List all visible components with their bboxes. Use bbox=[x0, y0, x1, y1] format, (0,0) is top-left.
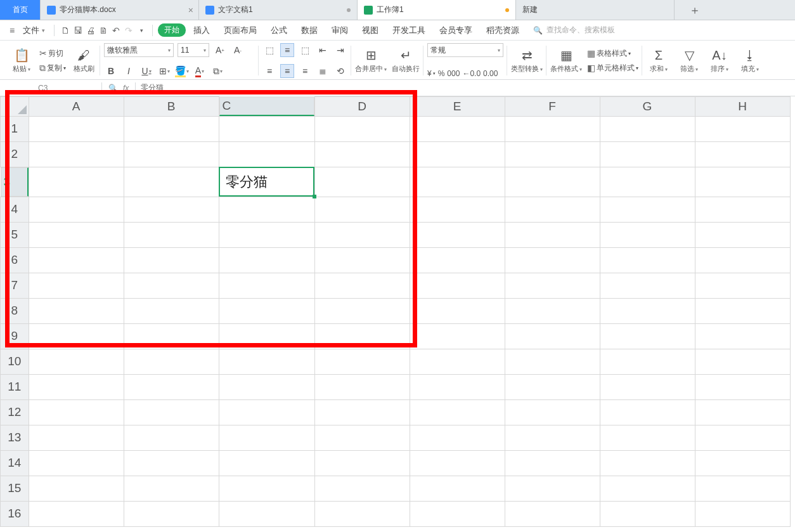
cell-H2[interactable] bbox=[695, 141, 790, 167]
cell-H6[interactable] bbox=[695, 247, 790, 273]
cell-F14[interactable] bbox=[505, 450, 600, 476]
cell-E7[interactable] bbox=[410, 273, 505, 298]
percent-button[interactable]: % bbox=[438, 69, 445, 78]
cell-F10[interactable] bbox=[505, 349, 600, 374]
row-header-1[interactable]: 1 bbox=[1, 116, 29, 141]
cell-H14[interactable] bbox=[695, 450, 790, 476]
cell-G11[interactable] bbox=[600, 374, 695, 399]
tab-dev-tools[interactable]: 开发工具 bbox=[386, 25, 432, 36]
cell-F16[interactable] bbox=[505, 501, 600, 526]
cell-B11[interactable] bbox=[124, 374, 219, 399]
cell-D8[interactable] bbox=[314, 298, 410, 323]
cell-D6[interactable] bbox=[314, 247, 410, 273]
cell-H5[interactable] bbox=[695, 222, 790, 247]
cell-G6[interactable] bbox=[600, 247, 695, 273]
cell-C5[interactable] bbox=[219, 222, 314, 247]
row-header-13[interactable]: 13 bbox=[1, 425, 29, 450]
cell-H7[interactable] bbox=[695, 273, 790, 298]
cell-G2[interactable] bbox=[600, 141, 695, 167]
phonetic-button[interactable]: ⧉▾ bbox=[210, 64, 224, 78]
tab-resources[interactable]: 稻壳资源 bbox=[480, 25, 526, 36]
conditional-format-button[interactable]: ▦ 条件格式▾ bbox=[550, 48, 582, 74]
cell-B2[interactable] bbox=[124, 141, 219, 167]
border-button[interactable]: ⊞▾ bbox=[157, 64, 171, 78]
cell-C14[interactable] bbox=[219, 450, 314, 476]
row-header-16[interactable]: 16 bbox=[1, 501, 29, 526]
cell-C7[interactable] bbox=[219, 273, 314, 298]
row-header-2[interactable]: 2 bbox=[1, 141, 29, 167]
cell-A2[interactable] bbox=[29, 141, 124, 167]
print-preview-icon[interactable]: 🗎 bbox=[98, 25, 109, 36]
fx-icon[interactable]: fx bbox=[123, 84, 129, 93]
font-size-select[interactable]: 11▾ bbox=[178, 43, 209, 57]
indent-increase-button[interactable]: ⇥ bbox=[333, 43, 347, 57]
redo-dropdown-icon[interactable]: ▾ bbox=[136, 25, 147, 36]
cell-H9[interactable] bbox=[695, 323, 790, 349]
cell-F6[interactable] bbox=[505, 247, 600, 273]
cell-B12[interactable] bbox=[124, 399, 219, 425]
file-menu[interactable]: 文件▾ bbox=[19, 25, 49, 36]
cell-G10[interactable] bbox=[600, 349, 695, 374]
cell-D14[interactable] bbox=[314, 450, 410, 476]
cell-A8[interactable] bbox=[29, 298, 124, 323]
cell-D3[interactable] bbox=[314, 167, 410, 197]
cell-E8[interactable] bbox=[410, 298, 505, 323]
formula-input[interactable]: 零分猫 bbox=[136, 82, 164, 93]
undo-icon[interactable]: ↶ bbox=[110, 25, 122, 36]
thousands-button[interactable]: 000 bbox=[447, 69, 460, 78]
cell-B16[interactable] bbox=[124, 501, 219, 526]
cell-A12[interactable] bbox=[29, 399, 124, 425]
cell-E6[interactable] bbox=[410, 247, 505, 273]
cell-F8[interactable] bbox=[505, 298, 600, 323]
row-header-15[interactable]: 15 bbox=[1, 476, 29, 501]
tab-insert[interactable]: 插入 bbox=[187, 25, 216, 36]
cell-G12[interactable] bbox=[600, 399, 695, 425]
cell-D9[interactable] bbox=[314, 323, 410, 349]
increase-font-button[interactable]: A+ bbox=[213, 43, 227, 57]
filter-button[interactable]: ▽ 筛选▾ bbox=[676, 48, 702, 74]
cell-C12[interactable] bbox=[219, 399, 314, 425]
cell-A9[interactable] bbox=[29, 323, 124, 349]
search-icon[interactable]: 🔍 bbox=[108, 84, 118, 93]
cell-B7[interactable] bbox=[124, 273, 219, 298]
bold-button[interactable]: B bbox=[104, 64, 118, 78]
align-left-button[interactable]: ≡ bbox=[262, 64, 276, 78]
cell-E2[interactable] bbox=[410, 141, 505, 167]
cell-F12[interactable] bbox=[505, 399, 600, 425]
cell-H12[interactable] bbox=[695, 399, 790, 425]
col-header-A[interactable]: A bbox=[29, 97, 124, 117]
col-header-D[interactable]: D bbox=[314, 97, 410, 117]
row-header-3[interactable]: 3 bbox=[1, 167, 29, 197]
cell-H13[interactable] bbox=[695, 425, 790, 450]
cell-C9[interactable] bbox=[219, 323, 314, 349]
cell-F5[interactable] bbox=[505, 222, 600, 247]
cell-F4[interactable] bbox=[505, 197, 600, 222]
cell-H16[interactable] bbox=[695, 501, 790, 526]
cell-B14[interactable] bbox=[124, 450, 219, 476]
col-header-G[interactable]: G bbox=[600, 97, 695, 117]
cell-E1[interactable] bbox=[410, 116, 505, 141]
cell-H8[interactable] bbox=[695, 298, 790, 323]
italic-button[interactable]: I bbox=[122, 64, 136, 78]
select-all-triangle-icon[interactable] bbox=[18, 105, 27, 114]
cell-B6[interactable] bbox=[124, 247, 219, 273]
cell-B13[interactable] bbox=[124, 425, 219, 450]
cell-G4[interactable] bbox=[600, 197, 695, 222]
align-justify-button[interactable]: ≣ bbox=[316, 64, 330, 78]
tab-view[interactable]: 视图 bbox=[356, 25, 385, 36]
fill-handle[interactable] bbox=[313, 195, 316, 198]
cell-H4[interactable] bbox=[695, 197, 790, 222]
cell-F13[interactable] bbox=[505, 425, 600, 450]
cell-F9[interactable] bbox=[505, 323, 600, 349]
cell-E10[interactable] bbox=[410, 349, 505, 374]
fill-color-button[interactable]: 🪣▾ bbox=[175, 64, 189, 78]
tab-start[interactable]: 开始 bbox=[158, 23, 186, 37]
cell-G16[interactable] bbox=[600, 501, 695, 526]
row-header-6[interactable]: 6 bbox=[1, 247, 29, 273]
spreadsheet-grid[interactable]: A B C D E F G H 123零分猫456789101112131415… bbox=[0, 96, 795, 527]
cut-button[interactable]: ✂ 剪切 bbox=[39, 48, 66, 59]
cell-E3[interactable] bbox=[410, 167, 505, 197]
cell-G9[interactable] bbox=[600, 323, 695, 349]
format-painter-button[interactable]: 🖌 格式刷 bbox=[71, 48, 96, 74]
cell-G8[interactable] bbox=[600, 298, 695, 323]
